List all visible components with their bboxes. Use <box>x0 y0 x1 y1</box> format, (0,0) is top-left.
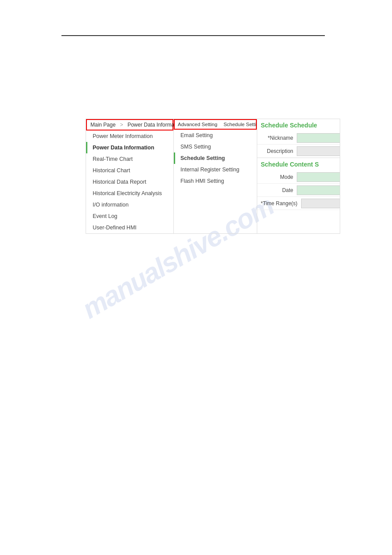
mode-row: Mode <box>257 170 340 184</box>
right-panel: Advanced Setting Schedule Setting Schedu… <box>174 119 340 233</box>
tab-main-page[interactable]: Main Page <box>87 120 119 130</box>
nav-item-schedule-setting[interactable]: Schedule Setting <box>174 152 257 164</box>
nav-item-email-setting[interactable]: Email Setting <box>174 130 257 141</box>
far-right-panel: Schedule Schedule *Nickname Description … <box>257 119 340 233</box>
nav-item-historical-chart[interactable]: Historical Chart <box>86 165 173 176</box>
date-label: Date <box>257 185 297 195</box>
nav-item-event-log[interactable]: Event Log <box>86 210 173 222</box>
description-input[interactable] <box>297 146 340 156</box>
nav-item-user-defined-hmi[interactable]: User-Defined HMI <box>86 222 173 233</box>
date-input[interactable] <box>297 185 340 195</box>
top-rule <box>61 35 325 36</box>
nav-item-internal-register-setting[interactable]: Internal Register Setting <box>174 164 257 175</box>
tab-schedule-setting[interactable]: Schedule Setting <box>220 120 257 129</box>
time-ranges-input[interactable] <box>301 199 340 208</box>
right-tab-bar: Advanced Setting Schedule Setting Schedu… <box>174 119 257 130</box>
time-ranges-row: *Time Range(s) <box>257 197 340 210</box>
tab-advanced-setting[interactable]: Advanced Setting <box>175 120 220 129</box>
time-ranges-label: *Time Range(s) <box>257 199 301 208</box>
nav-item-flash-hmi-setting[interactable]: Flash HMI Setting <box>174 175 257 187</box>
schedule-content-title: Schedule Content S <box>257 158 340 170</box>
description-row: Description <box>257 145 340 158</box>
mode-input[interactable] <box>297 172 340 182</box>
left-panel: Main Page > Power Data Information Power… <box>86 119 174 233</box>
nickname-input[interactable] <box>297 133 340 143</box>
left-nav-list: Power Meter Information Power Data Infor… <box>86 131 173 233</box>
main-content: Main Page > Power Data Information Power… <box>86 119 340 234</box>
schedule-title: Schedule Schedule <box>257 119 340 131</box>
left-tab-bar: Main Page > Power Data Information <box>86 119 173 131</box>
description-label: Description <box>257 146 297 156</box>
middle-nav-list: Email Setting SMS Setting Schedule Setti… <box>174 130 257 187</box>
nav-item-sms-setting[interactable]: SMS Setting <box>174 141 257 152</box>
nickname-row: *Nickname <box>257 131 340 145</box>
page-container: manualshive.com Main Page > Power Data I… <box>0 0 392 555</box>
mode-label: Mode <box>257 172 297 182</box>
nav-item-power-data-info[interactable]: Power Data Information <box>86 142 173 153</box>
tab-separator: > <box>119 120 124 130</box>
nav-item-real-time-chart[interactable]: Real-Time Chart <box>86 153 173 165</box>
nav-item-historical-data-report[interactable]: Historical Data Report <box>86 176 173 188</box>
nav-item-io-information[interactable]: I/O information <box>86 199 173 210</box>
date-row: Date <box>257 184 340 197</box>
nav-item-power-meter-info[interactable]: Power Meter Information <box>86 131 173 142</box>
nav-item-historical-electricity-analysis[interactable]: Historical Electricity Analysis <box>86 188 173 199</box>
nickname-label: *Nickname <box>257 133 297 143</box>
middle-panel: Advanced Setting Schedule Setting Schedu… <box>174 119 257 233</box>
